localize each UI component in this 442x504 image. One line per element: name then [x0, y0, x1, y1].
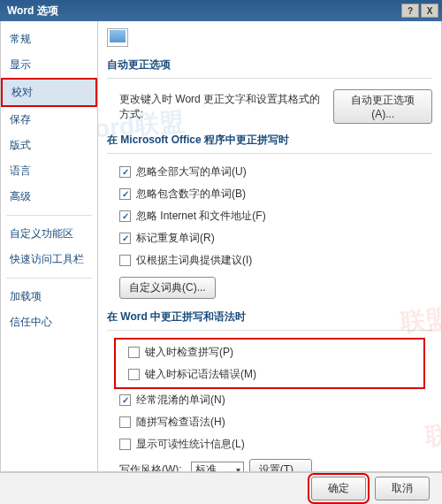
checkbox-readability-stats[interactable]	[119, 439, 131, 450]
highlight-box-spellcheck: 键入时检查拼写(P) 键入时标记语法错误(M)	[114, 338, 425, 389]
nav-trust-center[interactable]: 信任中心	[1, 309, 97, 335]
close-button[interactable]: X	[421, 4, 438, 18]
label-ignore-uppercase: 忽略全部大写的单词(U)	[136, 164, 247, 179]
settings-button[interactable]: 设置(T)...	[249, 459, 312, 471]
label-grammar-with-spell: 随拼写检查语法(H)	[136, 415, 225, 430]
writing-style-value: 标准	[195, 462, 217, 471]
checkbox-ignore-uppercase[interactable]	[119, 166, 131, 178]
section-icon	[107, 28, 128, 47]
nav-language[interactable]: 语言	[1, 158, 97, 184]
nav-display[interactable]: 显示	[1, 52, 97, 78]
checkbox-ignore-internet[interactable]	[119, 210, 131, 222]
writing-style-select[interactable]: 标准	[191, 462, 244, 472]
label-flag-repeated: 标记重复单词(R)	[136, 231, 215, 246]
autocorrect-note: 更改键入时 Word 更正文字和设置其格式的方式:	[119, 92, 328, 122]
main-panel[interactable]: Word联盟 联盟 联 自动更正选项 更改键入时 Word 更正文字和设置其格式…	[98, 21, 441, 471]
checkbox-mark-grammar-type[interactable]	[128, 369, 140, 380]
nav-customize-ribbon[interactable]: 自定义功能区	[1, 221, 97, 247]
checkbox-ignore-numbers[interactable]	[119, 188, 131, 200]
writing-style-label: 写作风格(W):	[119, 462, 186, 471]
checkbox-grammar-with-spell[interactable]	[119, 416, 131, 428]
cancel-button[interactable]: 取消	[375, 477, 430, 500]
section-word-title: 在 Word 中更正拼写和语法时	[107, 304, 432, 331]
label-mark-grammar-type: 键入时标记语法错误(M)	[145, 367, 256, 382]
label-check-spelling-type: 键入时检查拼写(P)	[145, 345, 233, 360]
help-button[interactable]: ?	[401, 4, 419, 18]
nav-save[interactable]: 保存	[1, 107, 97, 133]
label-ignore-numbers: 忽略包含数字的单词(B)	[136, 187, 246, 202]
checkbox-confused-words[interactable]	[119, 394, 131, 406]
nav-addins[interactable]: 加载项	[1, 284, 97, 309]
titlebar: Word 选项 ? X	[0, 0, 442, 21]
section-office-title: 在 Microsoft Office 程序中更正拼写时	[107, 127, 432, 154]
label-ignore-internet: 忽略 Internet 和文件地址(F)	[136, 209, 266, 224]
checkbox-main-dict-only[interactable]	[119, 255, 131, 266]
sidebar: 常规 显示 校对 保存 版式 语言 高级 自定义功能区 快速访问工具栏 加载项 …	[1, 21, 98, 471]
autocorrect-options-button[interactable]: 自动更正选项(A)...	[333, 89, 432, 124]
nav-qat[interactable]: 快速访问工具栏	[1, 247, 97, 272]
checkbox-flag-repeated[interactable]	[119, 233, 131, 244]
nav-advanced[interactable]: 高级	[1, 184, 97, 210]
label-readability-stats: 显示可读性统计信息(L)	[136, 437, 245, 452]
custom-dictionaries-button[interactable]: 自定义词典(C)...	[119, 277, 216, 299]
separator	[6, 278, 92, 279]
checkbox-check-spelling-type[interactable]	[128, 347, 140, 358]
nav-layout[interactable]: 版式	[1, 133, 97, 158]
label-confused-words: 经常混淆的单词(N)	[136, 393, 225, 408]
nav-general[interactable]: 常规	[1, 27, 97, 52]
nav-proofing[interactable]: 校对	[1, 78, 97, 107]
dialog-footer: 确定 取消	[0, 472, 442, 504]
window-title: Word 选项	[7, 4, 400, 19]
separator	[6, 215, 92, 216]
ok-button[interactable]: 确定	[311, 477, 366, 500]
section-autocorrect-title: 自动更正选项	[107, 52, 432, 79]
label-main-dict-only: 仅根据主词典提供建议(I)	[136, 253, 252, 268]
